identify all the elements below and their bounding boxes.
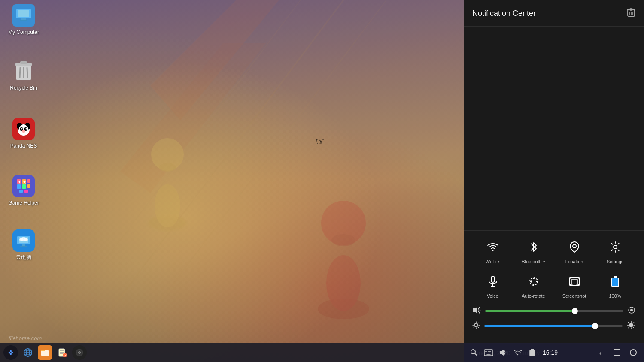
system-tray-left: 16:19 <box>468 347 559 359</box>
recent-apps-button[interactable] <box>627 346 640 359</box>
location-icon <box>565 238 584 256</box>
bluetooth-icon <box>524 238 543 256</box>
volume-button[interactable] <box>497 347 509 359</box>
yundiannao-label: 云电脑 <box>16 254 31 261</box>
background-art <box>0 0 464 343</box>
svg-point-76 <box>614 245 617 249</box>
svg-point-50 <box>19 238 24 241</box>
desktop-icon-gamehelper[interactable]: ★ ✦ Game Helper <box>4 175 43 207</box>
clock: 16:19 <box>541 349 559 356</box>
qs-wifi[interactable]: Wi-Fi ▾ <box>476 238 510 264</box>
watermark: filehorse.com <box>9 335 42 341</box>
svg-point-75 <box>573 244 576 248</box>
voice-label: Voice <box>487 293 498 299</box>
browser-button[interactable] <box>21 345 35 360</box>
svg-line-104 <box>629 323 629 323</box>
autorotate-icon <box>524 272 543 291</box>
volume-slider-track[interactable] <box>485 310 623 312</box>
bluetooth-chevron: ▾ <box>543 259 545 264</box>
battery-label: 100% <box>609 293 621 299</box>
svg-line-105 <box>633 327 634 328</box>
wifi-chevron: ▾ <box>498 259 500 264</box>
yundiannao-icon-img <box>12 229 35 252</box>
back-button[interactable]: ‹ <box>594 346 607 359</box>
svg-rect-20 <box>20 61 27 64</box>
svg-rect-38 <box>22 184 26 189</box>
home-button[interactable] <box>611 346 623 359</box>
desktop-icon-mycomputer[interactable]: My Computer <box>4 4 43 36</box>
svg-rect-124 <box>530 350 535 356</box>
files-button[interactable] <box>38 345 52 360</box>
gamehelper-label: Game Helper <box>8 200 39 207</box>
screenshot-icon <box>565 272 584 291</box>
svg-rect-17 <box>20 20 27 21</box>
svg-rect-125 <box>531 349 534 350</box>
volume-slider-icon <box>472 306 481 316</box>
quick-settings-row2: Voice Auto-rotate <box>472 272 635 299</box>
svg-rect-39 <box>27 179 30 183</box>
start-button[interactable]: ❖ <box>3 345 18 360</box>
qs-location[interactable]: Location <box>557 238 592 264</box>
notification-body <box>464 27 644 230</box>
volume-slider-fill <box>485 310 575 312</box>
recyclebin-label: Recycle Bin <box>10 85 37 92</box>
music-button[interactable] <box>72 345 87 360</box>
qs-battery[interactable]: 100% <box>598 272 632 299</box>
svg-line-98 <box>474 327 475 328</box>
svg-line-97 <box>478 323 479 324</box>
brightness-slider-thumb[interactable] <box>592 323 598 329</box>
svg-text:✓: ✓ <box>64 354 67 358</box>
svg-rect-41 <box>19 190 23 193</box>
wifi-icon <box>483 238 502 256</box>
qs-autorotate[interactable]: Auto-rotate <box>516 272 551 299</box>
svg-line-23 <box>27 68 27 78</box>
brightness-slider-row <box>472 321 635 331</box>
svg-marker-87 <box>473 307 477 314</box>
svg-rect-85 <box>614 276 617 278</box>
desktop-icon-pandanes[interactable]: Panda NES <box>4 118 43 150</box>
voice-icon <box>483 272 502 291</box>
svg-rect-13 <box>0 0 464 343</box>
pandanes-label: Panda NES <box>10 143 37 150</box>
screenshot-label: Screenshot <box>562 293 586 299</box>
svg-rect-15 <box>18 10 29 17</box>
brightness-slider-track[interactable] <box>484 325 623 327</box>
desktop-icon-recyclebin[interactable]: Recycle Bin <box>4 60 43 92</box>
qs-bluetooth[interactable]: Bluetooth ▾ <box>516 238 551 264</box>
svg-rect-16 <box>21 18 26 20</box>
gamehelper-icon-img: ★ ✦ <box>12 175 35 197</box>
svg-rect-42 <box>24 190 28 193</box>
svg-rect-126 <box>614 350 620 356</box>
clear-notifications-button[interactable] <box>627 8 635 19</box>
brightness-slider-icon <box>472 321 480 331</box>
svg-line-109 <box>475 353 477 356</box>
battery-tray-button[interactable] <box>526 347 538 359</box>
keyboard-button[interactable] <box>483 347 495 359</box>
svg-point-89 <box>630 309 633 311</box>
notes-button[interactable]: ✓ <box>55 345 70 360</box>
svg-rect-82 <box>571 280 577 284</box>
svg-point-99 <box>629 323 633 327</box>
wifi-tray-button[interactable] <box>512 347 524 359</box>
svg-text:✦: ✦ <box>18 180 21 184</box>
svg-rect-47 <box>22 244 25 246</box>
svg-rect-37 <box>17 184 21 189</box>
svg-rect-86 <box>612 278 618 286</box>
desktop-icon-yundiannao[interactable]: 云电脑 <box>4 229 43 261</box>
taskbar: ❖ ✓ <box>0 343 464 362</box>
svg-rect-40 <box>27 184 30 188</box>
volume-slider-thumb[interactable] <box>572 308 578 314</box>
search-button[interactable] <box>468 347 480 359</box>
settings-label: Settings <box>607 259 624 264</box>
volume-slider-row <box>472 306 635 316</box>
svg-point-32 <box>22 130 25 133</box>
volume-slider-max-icon <box>628 306 635 316</box>
qs-screenshot[interactable]: Screenshot <box>557 272 592 299</box>
qs-settings[interactable]: Settings <box>598 238 632 264</box>
qs-voice[interactable]: Voice <box>476 272 510 299</box>
svg-marker-122 <box>500 350 504 356</box>
brightness-slider-max-icon <box>627 321 635 331</box>
system-tray-bar: 16:19 ‹ <box>464 343 644 362</box>
svg-point-33 <box>22 130 23 131</box>
svg-line-21 <box>20 68 20 78</box>
